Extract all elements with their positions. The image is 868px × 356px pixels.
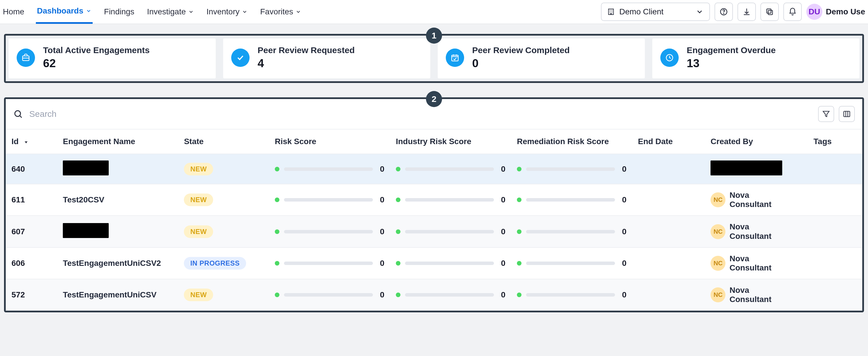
col-industry[interactable]: Industry Risk Score	[390, 129, 511, 154]
status-dot-icon	[275, 198, 279, 202]
cell-tags	[808, 279, 862, 310]
stat-card[interactable]: Total Active Engagements62	[9, 38, 216, 78]
check-icon	[231, 49, 250, 67]
score-bar	[405, 230, 494, 233]
cell-state: IN PROGRESS	[178, 247, 269, 279]
status-dot-icon	[517, 198, 522, 202]
cell-end	[632, 279, 705, 310]
section-badge-1: 1	[426, 28, 442, 43]
industry-risk-score: 0	[396, 259, 505, 268]
cell-remediation: 0	[511, 184, 632, 216]
cell-id: 611	[6, 184, 57, 216]
stat-value: 62	[43, 57, 150, 70]
nav-item-investigate[interactable]: Investigate	[146, 0, 195, 24]
status-dot-icon	[275, 229, 279, 234]
filter-button[interactable]	[818, 106, 834, 122]
copy-button[interactable]	[761, 3, 779, 21]
clock-icon	[660, 49, 679, 67]
state-badge: NEW	[184, 226, 213, 238]
col-tags[interactable]: Tags	[808, 129, 862, 154]
stat-card[interactable]: Peer Review Completed0	[438, 38, 645, 78]
score-value: 0	[620, 195, 626, 204]
remediation-risk-score: 0	[517, 165, 626, 174]
cell-id: 606	[6, 247, 57, 279]
cell-creator	[705, 154, 808, 184]
stat-card[interactable]: Engagement Overdue13	[652, 38, 859, 78]
col-name[interactable]: Engagement Name	[57, 129, 178, 154]
status-dot-icon	[396, 167, 400, 171]
cell-remediation: 0	[511, 216, 632, 247]
table-row[interactable]: 606TestEngagementUniCSV2IN PROGRESS000NC…	[6, 247, 862, 279]
col-remediation[interactable]: Remediation Risk Score	[511, 129, 632, 154]
user-menu[interactable]: DU Demo Use	[806, 4, 865, 20]
stat-title: Total Active Engagements	[43, 46, 150, 55]
creator-cell: NCNovaConsultant	[711, 190, 802, 209]
client-selector[interactable]: Demo Client	[601, 3, 710, 21]
score-value: 0	[499, 165, 505, 174]
search-input[interactable]	[29, 109, 812, 119]
nav-item-home[interactable]: Home	[2, 0, 26, 24]
notifications-button[interactable]	[783, 3, 802, 21]
nav-item-findings[interactable]: Findings	[103, 0, 136, 24]
engagements-table: Id Engagement Name State Risk Score Indu…	[6, 129, 862, 310]
columns-button[interactable]	[839, 106, 855, 122]
table-row[interactable]: 611Test20CSVNEW000NCNovaConsultant	[6, 184, 862, 216]
stat-text: Total Active Engagements62	[43, 46, 150, 70]
svg-rect-3	[768, 10, 773, 14]
cell-state: NEW	[178, 279, 269, 310]
score-value: 0	[620, 227, 626, 236]
nav-item-favorites[interactable]: Favorites	[259, 0, 302, 24]
industry-risk-score: 0	[396, 195, 505, 204]
table-row[interactable]: 640NEW000	[6, 154, 862, 184]
engagement-name: Test20CSV	[63, 195, 104, 204]
nav-item-dashboards[interactable]: Dashboards	[36, 0, 93, 24]
score-value: 0	[620, 290, 626, 299]
engagement-name: TestEngagementUniCSV	[63, 290, 156, 299]
risk-score: 0	[275, 195, 384, 204]
col-industry-label: Industry Risk Score	[396, 137, 471, 146]
svg-point-8	[15, 111, 21, 117]
table-row[interactable]: 607NEW000NCNovaConsultant	[6, 216, 862, 247]
score-value: 0	[499, 290, 505, 299]
col-creator[interactable]: Created By	[705, 129, 808, 154]
help-icon	[719, 7, 728, 16]
col-creator-label: Created By	[711, 137, 753, 146]
cell-state: NEW	[178, 216, 269, 247]
briefcase-icon	[17, 49, 35, 67]
score-value: 0	[377, 227, 384, 236]
creator-cell: NCNovaConsultant	[711, 222, 802, 241]
col-risk[interactable]: Risk Score	[269, 129, 390, 154]
table-row[interactable]: 572TestEngagementUniCSVNEW000NCNovaConsu…	[6, 279, 862, 310]
status-dot-icon	[275, 167, 279, 171]
cell-id: 640	[6, 154, 57, 184]
col-remediation-label: Remediation Risk Score	[517, 137, 609, 146]
status-dot-icon	[517, 261, 522, 266]
state-badge: IN PROGRESS	[184, 257, 246, 270]
col-state-label: State	[184, 137, 204, 146]
cell-risk: 0	[269, 279, 390, 310]
status-dot-icon	[396, 261, 400, 266]
help-button[interactable]	[715, 3, 733, 21]
download-button[interactable]	[738, 3, 756, 21]
nav-item-label: Inventory	[207, 7, 240, 17]
engagements-table-panel: 2	[4, 97, 864, 313]
col-end[interactable]: End Date	[632, 129, 705, 154]
cell-creator: NCNovaConsultant	[705, 184, 808, 216]
status-dot-icon	[396, 293, 400, 297]
col-state[interactable]: State	[178, 129, 269, 154]
nav-item-inventory[interactable]: Inventory	[206, 0, 249, 24]
stat-text: Peer Review Completed0	[472, 46, 570, 70]
cell-remediation: 0	[511, 247, 632, 279]
score-bar	[526, 230, 615, 233]
remediation-risk-score: 0	[517, 227, 626, 236]
stat-card[interactable]: Peer Review Requested4	[223, 38, 430, 78]
col-id[interactable]: Id	[6, 129, 57, 154]
col-name-label: Engagement Name	[63, 137, 135, 146]
creator-name: NovaConsultant	[730, 254, 771, 272]
nav-item-label: Favorites	[260, 7, 293, 17]
stat-value: 13	[687, 57, 776, 70]
svg-point-2	[723, 13, 724, 14]
cell-remediation: 0	[511, 279, 632, 310]
bell-icon	[788, 7, 797, 16]
stats-panel: 1 Total Active Engagements62Peer Review …	[4, 34, 864, 83]
